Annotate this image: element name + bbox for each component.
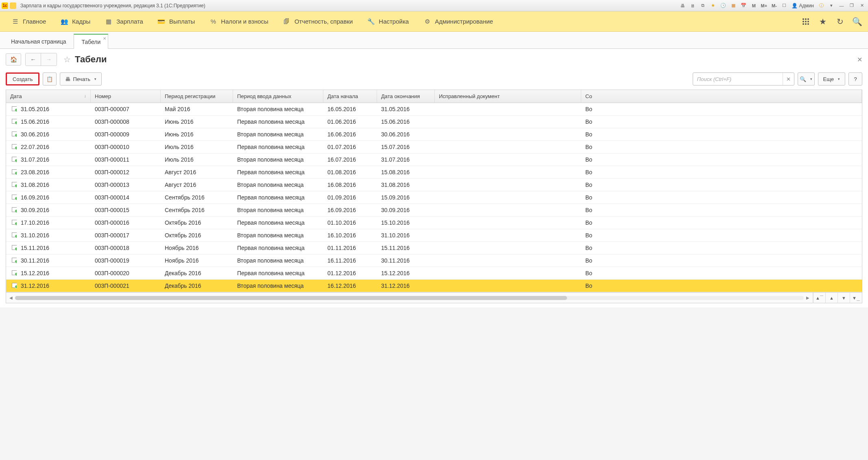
menu-label: Налоги и взносы	[221, 18, 268, 25]
table-row[interactable]: 31.10.2016003П-000017Октябрь 2016Вторая …	[6, 229, 862, 242]
table-row[interactable]: 15.06.2016003П-000008Июнь 2016Первая пол…	[6, 116, 862, 128]
scroll-right-icon[interactable]: ▶	[805, 296, 810, 300]
tb-m-icon[interactable]: M	[749, 2, 758, 10]
cell-date-end: 15.09.2016	[377, 191, 435, 204]
table-row[interactable]: 15.12.2016003П-000020Декабрь 2016Первая …	[6, 267, 862, 280]
favorite-icon[interactable]: ☆	[63, 55, 71, 64]
svg-point-8	[807, 23, 809, 25]
table-row[interactable]: 30.06.2016003П-000009Июнь 2016Вторая пол…	[6, 128, 862, 141]
tb-history-icon[interactable]: 🕓	[719, 2, 728, 10]
menu-salary[interactable]: ▦ Зарплата	[98, 11, 150, 31]
table-row[interactable]: 15.11.2016003П-000018Ноябрь 2016Первая п…	[6, 242, 862, 254]
cell-date-end: 31.05.2016	[377, 103, 435, 115]
cell-number: 003П-000021	[91, 280, 161, 292]
table-row[interactable]: 23.08.2016003П-000012Август 2016Первая п…	[6, 166, 862, 179]
row-status-icon	[6, 204, 17, 216]
scroll-bottom-button[interactable]: ▼—	[850, 293, 862, 303]
col-date[interactable]: Дата ↓	[6, 90, 91, 103]
tb-mminus-icon[interactable]: M-	[770, 2, 779, 10]
table-row[interactable]: 22.07.2016003П-000010Июль 2016Первая пол…	[6, 141, 862, 153]
menu-admin[interactable]: ⚙ Администрирование	[416, 11, 500, 31]
table-row[interactable]: 31.05.2016003П-000007Май 2016Вторая поло…	[6, 103, 862, 116]
table-row[interactable]: 31.12.2016003П-000021Декабрь 2016Вторая …	[6, 280, 862, 292]
table-row[interactable]: 31.08.2016003П-000013Август 2016Вторая п…	[6, 179, 862, 191]
cell-date-end: 15.07.2016	[377, 141, 435, 153]
table-row[interactable]: 30.09.2016003П-000015Сентябрь 2016Вторая…	[6, 204, 862, 217]
table-row[interactable]: 31.07.2016003П-000011Июль 2016Вторая пол…	[6, 153, 862, 166]
print-button[interactable]: 🖶 Печать	[60, 72, 102, 85]
menu-personnel[interactable]: 👥 Кадры	[53, 11, 98, 31]
menu-main[interactable]: ☰ Главное	[4, 11, 53, 31]
cell-last: Во	[581, 267, 862, 279]
cell-last: Во	[581, 141, 862, 153]
scroll-left-icon[interactable]: ◀	[9, 296, 13, 300]
col-input-period[interactable]: Период ввода данных	[233, 90, 323, 103]
tb-print-icon[interactable]: 🖶	[678, 2, 687, 10]
table-row[interactable]: 30.11.2016003П-000019Ноябрь 2016Вторая п…	[6, 254, 862, 267]
page-close-icon[interactable]: ✕	[857, 56, 862, 64]
table-row[interactable]: 17.10.2016003П-000016Октябрь 2016Первая …	[6, 217, 862, 229]
tb-copy-icon[interactable]: ⧉	[698, 2, 707, 10]
col-last[interactable]: Со	[581, 90, 862, 103]
copy-button[interactable]: 📋	[43, 72, 57, 85]
tb-mplus-icon[interactable]: M+	[759, 2, 768, 10]
menu-settings[interactable]: 🔧 Настройка	[360, 11, 416, 31]
cell-input-period: Вторая половина месяца	[233, 254, 323, 267]
nav-forward-button[interactable]: →	[41, 53, 57, 66]
menu-payments[interactable]: 💳 Выплаты	[150, 11, 202, 31]
user-label[interactable]: 👤 Админ	[790, 3, 816, 9]
cell-reg-period: Сентябрь 2016	[161, 191, 233, 204]
star-icon[interactable]: ★	[816, 15, 830, 28]
scroll-track[interactable]	[15, 296, 804, 300]
menu-reports[interactable]: 🗐 Отчетность, справки	[276, 11, 360, 31]
tab-close-icon[interactable]: ✕	[103, 36, 106, 41]
nav-back-button[interactable]: ←	[26, 53, 41, 66]
tb-save-icon[interactable]: 🗎	[688, 2, 697, 10]
search-icon[interactable]: 🔍	[850, 15, 864, 28]
row-status-icon	[6, 179, 17, 191]
search-clear-icon[interactable]: ✕	[783, 73, 794, 85]
window-minimize-icon[interactable]: —	[837, 2, 846, 10]
tab-start-page[interactable]: Начальная страница	[3, 34, 74, 48]
col-reg-period[interactable]: Период регистрации	[161, 90, 233, 103]
nav-home-button[interactable]: 🏠	[6, 53, 21, 66]
cell-date-end: 31.10.2016	[377, 229, 435, 241]
search-input[interactable]	[693, 73, 783, 85]
tb-favorite-icon[interactable]: ★	[709, 2, 718, 10]
cell-date-start: 01.06.2016	[323, 116, 377, 128]
horizontal-scrollbar[interactable]: ◀ ▶	[6, 295, 813, 301]
help-button[interactable]: ?	[848, 72, 862, 85]
search-filter-button[interactable]: 🔍	[798, 72, 815, 85]
help-button-label: ?	[854, 76, 857, 82]
window-close-icon[interactable]: ✕	[857, 2, 866, 10]
apps-icon[interactable]	[799, 15, 813, 28]
history-icon[interactable]: ↻	[833, 15, 847, 28]
menu-label: Зарплата	[116, 18, 143, 25]
cell-fix-doc	[435, 131, 581, 137]
tb-panels-icon[interactable]: ☐	[780, 2, 789, 10]
window-maximize-icon[interactable]: ❐	[847, 2, 856, 10]
app-secondary-icon	[10, 2, 16, 9]
tab-timesheets[interactable]: Табели ✕	[74, 34, 108, 49]
cell-number: 003П-000017	[91, 229, 161, 241]
tb-calc-icon[interactable]: ▦	[729, 2, 738, 10]
scroll-down-button[interactable]: ▼	[837, 293, 850, 303]
hamburger-icon: ☰	[11, 18, 19, 25]
cell-date-end: 15.10.2016	[377, 217, 435, 229]
tb-info-icon[interactable]: ⓘ	[817, 2, 826, 10]
tb-calendar-icon[interactable]: 📅	[739, 2, 748, 10]
menu-taxes[interactable]: % Налоги и взносы	[202, 11, 276, 31]
create-button[interactable]: Создать	[6, 72, 39, 85]
table-row[interactable]: 16.09.2016003П-000014Сентябрь 2016Первая…	[6, 191, 862, 204]
col-date-end[interactable]: Дата окончания	[377, 90, 435, 103]
cell-input-period: Вторая половина месяца	[233, 204, 323, 216]
scroll-top-button[interactable]: ▲—	[813, 293, 825, 303]
scroll-thumb[interactable]	[15, 296, 567, 300]
more-button[interactable]: Еще	[818, 72, 845, 85]
col-date-start[interactable]: Дата начала	[323, 90, 377, 103]
scroll-up-button[interactable]: ▲	[825, 293, 837, 303]
cell-date-start: 16.08.2016	[323, 179, 377, 191]
tb-dropdown-icon[interactable]: ▾	[827, 2, 836, 10]
col-number[interactable]: Номер	[91, 90, 161, 103]
col-fix-doc[interactable]: Исправленный документ	[435, 90, 581, 103]
